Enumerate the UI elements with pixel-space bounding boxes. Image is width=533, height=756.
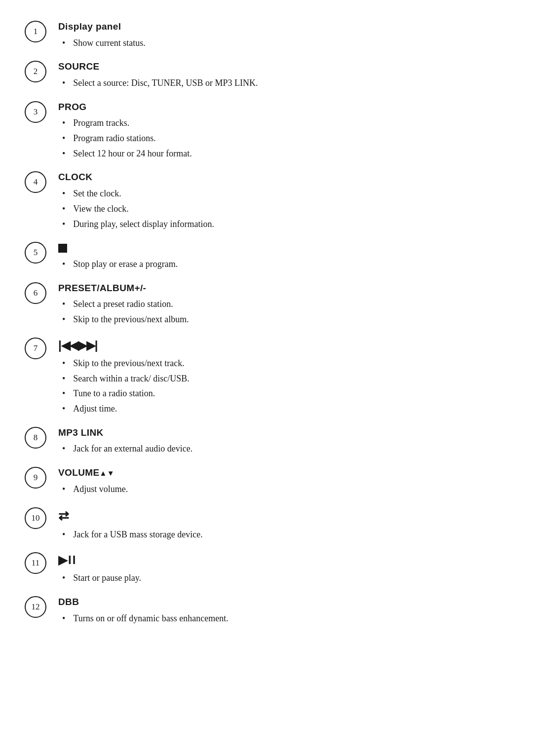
- item-number-7: 7: [25, 338, 46, 359]
- list-item-10: 10⇄Jack for a USB mass storage device.: [25, 506, 508, 543]
- bullet-list-5: Stop play or erase a program.: [58, 257, 508, 271]
- bullet-item: Adjust volume.: [58, 482, 508, 496]
- item-content-12: DBBTurns on or off dynamic bass enhancem…: [58, 595, 508, 626]
- bullet-item: Start or pause play.: [58, 571, 508, 585]
- item-title-8: MP3 LINK: [58, 426, 508, 440]
- bullet-item: Jack for an external audio device.: [58, 442, 508, 456]
- item-content-6: PRESET/ALBUM+/-Select a preset radio sta…: [58, 281, 508, 328]
- bullet-list-8: Jack for an external audio device.: [58, 442, 508, 456]
- item-title-10: ⇄: [58, 506, 508, 526]
- bullet-list-2: Select a source: Disc, TUNER, USB or MP3…: [58, 76, 508, 90]
- item-content-1: Display panelShow current status.: [58, 20, 508, 51]
- item-content-2: SOURCESelect a source: Disc, TUNER, USB …: [58, 60, 508, 91]
- item-number-8: 8: [25, 427, 46, 449]
- bullet-list-1: Show current status.: [58, 36, 508, 50]
- bullet-item: Select 12 hour or 24 hour format.: [58, 147, 508, 161]
- bullet-item: Adjust time.: [58, 402, 508, 416]
- bullet-item: Program radio stations.: [58, 131, 508, 146]
- bullet-item: Set the clock.: [58, 187, 508, 201]
- bullet-item: Show current status.: [58, 36, 508, 50]
- bullet-list-9: Adjust volume.: [58, 482, 508, 496]
- item-number-3: 3: [25, 101, 46, 123]
- list-item-4: 4CLOCKSet the clock.View the clock.Durin…: [25, 170, 508, 232]
- item-number-6: 6: [25, 282, 46, 304]
- item-title-9: VOLUME▲▼: [58, 466, 508, 480]
- list-item-7: 7|◀◀▶▶|Skip to the previous/next track.S…: [25, 337, 508, 417]
- bullet-item: Program tracks.: [58, 116, 508, 130]
- item-content-7: |◀◀▶▶|Skip to the previous/next track.Se…: [58, 337, 508, 417]
- item-number-4: 4: [25, 171, 46, 193]
- item-content-9: VOLUME▲▼Adjust volume.: [58, 466, 508, 497]
- bullet-list-4: Set the clock.View the clock.During play…: [58, 187, 508, 231]
- item-title-3: PROG: [58, 100, 508, 114]
- item-title-4: CLOCK: [58, 170, 508, 185]
- bullet-item: Skip to the previous/next track.: [58, 356, 508, 371]
- item-content-10: ⇄Jack for a USB mass storage device.: [58, 506, 508, 543]
- item-number-1: 1: [25, 21, 46, 42]
- bullet-list-11: Start or pause play.: [58, 571, 508, 585]
- item-content-11: ▶IIStart or pause play.: [58, 551, 508, 586]
- bullet-list-6: Select a preset radio station.Skip to th…: [58, 297, 508, 327]
- item-number-2: 2: [25, 61, 46, 82]
- bullet-item: Select a source: Disc, TUNER, USB or MP3…: [58, 76, 508, 90]
- item-title-11: ▶II: [58, 551, 508, 569]
- bullet-item: Turns on or off dynamic bass enhancement…: [58, 611, 508, 626]
- list-item-9: 9VOLUME▲▼Adjust volume.: [25, 466, 508, 497]
- list-item-11: 11▶IIStart or pause play.: [25, 551, 508, 586]
- list-item-12: 12DBBTurns on or off dynamic bass enhanc…: [25, 595, 508, 626]
- bullet-item: Jack for a USB mass storage device.: [58, 528, 508, 542]
- item-content-8: MP3 LINKJack for an external audio devic…: [58, 426, 508, 457]
- bullet-item: Tune to a radio station.: [58, 386, 508, 401]
- bullet-list-10: Jack for a USB mass storage device.: [58, 528, 508, 542]
- item-content-3: PROGProgram tracks.Program radio station…: [58, 100, 508, 162]
- list-item-5: 5Stop play or erase a program.: [25, 241, 508, 272]
- list-item-2: 2SOURCESelect a source: Disc, TUNER, USB…: [25, 60, 508, 91]
- item-title-2: SOURCE: [58, 60, 508, 74]
- item-number-11: 11: [25, 552, 46, 574]
- item-title-1: Display panel: [58, 20, 508, 34]
- bullet-list-3: Program tracks.Program radio stations.Se…: [58, 116, 508, 160]
- bullet-list-7: Skip to the previous/next track.Search w…: [58, 356, 508, 416]
- list-item-8: 8MP3 LINKJack for an external audio devi…: [25, 426, 508, 457]
- bullet-list-12: Turns on or off dynamic bass enhancement…: [58, 611, 508, 626]
- item-title-6: PRESET/ALBUM+/-: [58, 281, 508, 296]
- bullet-item: During play, select display information.: [58, 217, 508, 231]
- item-content-5: Stop play or erase a program.: [58, 241, 508, 272]
- bullet-item: Select a preset radio station.: [58, 297, 508, 311]
- item-title-5: [58, 241, 508, 255]
- item-number-10: 10: [25, 507, 46, 529]
- bullet-item: View the clock.: [58, 202, 508, 216]
- list-item-1: 1Display panelShow current status.: [25, 20, 508, 51]
- item-content-4: CLOCKSet the clock.View the clock.During…: [58, 170, 508, 232]
- bullet-item: Skip to the previous/next album.: [58, 312, 508, 327]
- item-number-9: 9: [25, 467, 46, 489]
- content-list: 1Display panelShow current status.2SOURC…: [25, 20, 508, 626]
- item-number-12: 12: [25, 596, 46, 618]
- list-item-6: 6PRESET/ALBUM+/-Select a preset radio st…: [25, 281, 508, 328]
- bullet-item: Search within a track/ disc/USB.: [58, 372, 508, 386]
- list-item-3: 3PROGProgram tracks.Program radio statio…: [25, 100, 508, 162]
- bullet-item: Stop play or erase a program.: [58, 257, 508, 271]
- item-number-5: 5: [25, 242, 46, 264]
- item-title-12: DBB: [58, 595, 508, 609]
- item-title-7: |◀◀▶▶|: [58, 337, 508, 354]
